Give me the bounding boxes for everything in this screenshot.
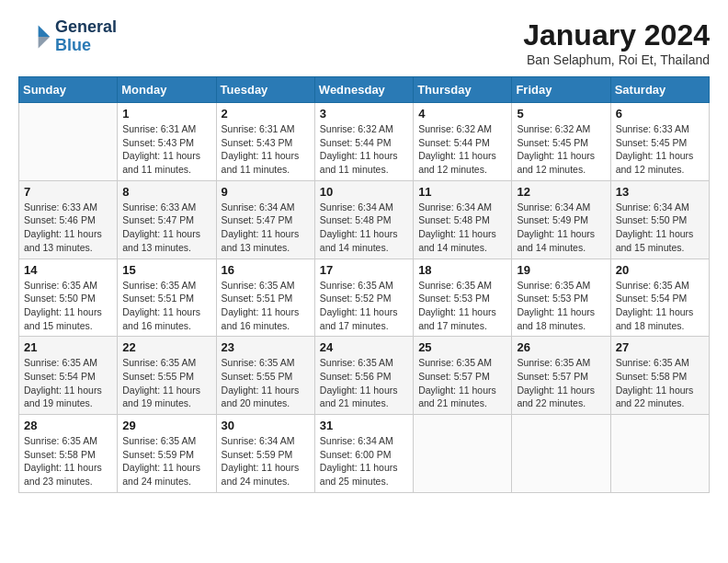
day-info: Sunrise: 6:32 AM Sunset: 5:44 PM Dayligh…: [418, 122, 506, 177]
calendar-cell: 28Sunrise: 6:35 AM Sunset: 5:58 PM Dayli…: [19, 415, 118, 493]
calendar-cell: 11Sunrise: 6:34 AM Sunset: 5:48 PM Dayli…: [414, 180, 512, 259]
calendar-cell: 4Sunrise: 6:32 AM Sunset: 5:44 PM Daylig…: [414, 103, 512, 181]
day-number: 21: [24, 340, 112, 354]
day-info: Sunrise: 6:32 AM Sunset: 5:44 PM Dayligh…: [320, 122, 408, 177]
calendar-cell: 27Sunrise: 6:35 AM Sunset: 5:58 PM Dayli…: [610, 337, 709, 415]
calendar-cell: 17Sunrise: 6:35 AM Sunset: 5:52 PM Dayli…: [314, 259, 413, 337]
calendar-cell: 9Sunrise: 6:34 AM Sunset: 5:47 PM Daylig…: [216, 180, 314, 259]
day-info: Sunrise: 6:34 AM Sunset: 5:59 PM Dayligh…: [222, 434, 310, 488]
day-info: Sunrise: 6:34 AM Sunset: 5:48 PM Dayligh…: [418, 201, 506, 255]
calendar-cell: 2Sunrise: 6:31 AM Sunset: 5:43 PM Daylig…: [216, 103, 314, 181]
calendar-cell: 15Sunrise: 6:35 AM Sunset: 5:51 PM Dayli…: [118, 259, 216, 337]
day-number: 31: [320, 419, 408, 432]
calendar-cell: 19Sunrise: 6:35 AM Sunset: 5:53 PM Dayli…: [512, 259, 610, 337]
calendar-header: SundayMondayTuesdayWednesdayThursdayFrid…: [19, 77, 710, 103]
day-number: 2: [222, 107, 310, 121]
calendar-cell: 26Sunrise: 6:35 AM Sunset: 5:57 PM Dayli…: [512, 337, 610, 415]
calendar-week-row: 21Sunrise: 6:35 AM Sunset: 5:54 PM Dayli…: [19, 337, 710, 415]
svg-marker-0: [39, 25, 51, 37]
day-info: Sunrise: 6:34 AM Sunset: 5:48 PM Dayligh…: [320, 201, 408, 255]
month-title: January 2024: [523, 18, 710, 52]
day-info: Sunrise: 6:33 AM Sunset: 5:46 PM Dayligh…: [24, 201, 112, 255]
day-info: Sunrise: 6:35 AM Sunset: 5:53 PM Dayligh…: [418, 279, 506, 333]
day-info: Sunrise: 6:35 AM Sunset: 5:51 PM Dayligh…: [122, 279, 210, 333]
calendar-cell: [610, 415, 709, 493]
day-number: 16: [222, 263, 310, 277]
calendar-week-row: 14Sunrise: 6:35 AM Sunset: 5:50 PM Dayli…: [19, 259, 710, 337]
weekday-header: Monday: [118, 77, 216, 103]
day-info: Sunrise: 6:34 AM Sunset: 5:49 PM Dayligh…: [517, 201, 605, 255]
location-title: Ban Selaphum, Roi Et, Thailand: [523, 52, 710, 67]
day-number: 11: [418, 185, 506, 199]
calendar-cell: 20Sunrise: 6:35 AM Sunset: 5:54 PM Dayli…: [610, 259, 709, 337]
calendar-cell: 25Sunrise: 6:35 AM Sunset: 5:57 PM Dayli…: [414, 337, 512, 415]
day-info: Sunrise: 6:35 AM Sunset: 5:51 PM Dayligh…: [222, 279, 310, 333]
calendar-cell: 3Sunrise: 6:32 AM Sunset: 5:44 PM Daylig…: [314, 103, 413, 181]
calendar-cell: 7Sunrise: 6:33 AM Sunset: 5:46 PM Daylig…: [19, 180, 118, 259]
calendar-cell: 13Sunrise: 6:34 AM Sunset: 5:50 PM Dayli…: [610, 180, 709, 259]
weekday-header: Wednesday: [314, 77, 413, 103]
day-info: Sunrise: 6:35 AM Sunset: 5:54 PM Dayligh…: [24, 356, 112, 410]
day-info: Sunrise: 6:35 AM Sunset: 5:55 PM Dayligh…: [222, 356, 310, 410]
day-info: Sunrise: 6:35 AM Sunset: 5:58 PM Dayligh…: [24, 434, 112, 488]
day-number: 29: [122, 419, 210, 432]
day-info: Sunrise: 6:34 AM Sunset: 5:47 PM Dayligh…: [222, 201, 310, 255]
day-number: 20: [616, 263, 704, 277]
calendar-cell: [19, 103, 118, 181]
calendar-week-row: 7Sunrise: 6:33 AM Sunset: 5:46 PM Daylig…: [19, 180, 710, 259]
day-number: 9: [222, 185, 310, 199]
day-number: 8: [122, 185, 210, 199]
day-number: 22: [122, 340, 210, 354]
day-number: 25: [418, 340, 506, 354]
day-number: 17: [320, 263, 408, 277]
day-info: Sunrise: 6:35 AM Sunset: 5:50 PM Dayligh…: [24, 279, 112, 333]
day-number: 24: [320, 340, 408, 354]
calendar-cell: 12Sunrise: 6:34 AM Sunset: 5:49 PM Dayli…: [512, 180, 610, 259]
calendar-table: SundayMondayTuesdayWednesdayThursdayFrid…: [18, 76, 710, 493]
weekday-header: Friday: [512, 77, 610, 103]
day-number: 13: [616, 185, 704, 199]
day-number: 10: [320, 185, 408, 199]
weekday-header: Tuesday: [216, 77, 314, 103]
day-info: Sunrise: 6:35 AM Sunset: 5:52 PM Dayligh…: [320, 279, 408, 333]
calendar-cell: 10Sunrise: 6:34 AM Sunset: 5:48 PM Dayli…: [314, 180, 413, 259]
day-number: 18: [418, 263, 506, 277]
weekday-header: Sunday: [19, 77, 118, 103]
day-info: Sunrise: 6:35 AM Sunset: 5:55 PM Dayligh…: [122, 356, 210, 410]
calendar-cell: 24Sunrise: 6:35 AM Sunset: 5:56 PM Dayli…: [314, 337, 413, 415]
calendar-cell: 16Sunrise: 6:35 AM Sunset: 5:51 PM Dayli…: [216, 259, 314, 337]
day-number: 12: [517, 185, 605, 199]
day-number: 26: [517, 340, 605, 354]
day-number: 14: [24, 263, 112, 277]
page-header: General Blue January 2024 Ban Selaphum, …: [18, 18, 710, 67]
calendar-cell: 23Sunrise: 6:35 AM Sunset: 5:55 PM Dayli…: [216, 337, 314, 415]
day-info: Sunrise: 6:31 AM Sunset: 5:43 PM Dayligh…: [122, 122, 210, 177]
day-number: 4: [418, 107, 506, 121]
day-number: 30: [222, 419, 310, 432]
day-info: Sunrise: 6:33 AM Sunset: 5:47 PM Dayligh…: [122, 201, 210, 255]
day-info: Sunrise: 6:35 AM Sunset: 5:59 PM Dayligh…: [122, 434, 210, 488]
calendar-cell: 8Sunrise: 6:33 AM Sunset: 5:47 PM Daylig…: [118, 180, 216, 259]
calendar-cell: 1Sunrise: 6:31 AM Sunset: 5:43 PM Daylig…: [118, 103, 216, 181]
calendar-cell: 31Sunrise: 6:34 AM Sunset: 6:00 PM Dayli…: [314, 415, 413, 493]
day-number: 1: [122, 107, 210, 121]
day-info: Sunrise: 6:33 AM Sunset: 5:45 PM Dayligh…: [616, 122, 704, 177]
calendar-cell: [414, 415, 512, 493]
calendar-cell: 22Sunrise: 6:35 AM Sunset: 5:55 PM Dayli…: [118, 337, 216, 415]
day-number: 7: [24, 185, 112, 199]
calendar-cell: 18Sunrise: 6:35 AM Sunset: 5:53 PM Dayli…: [414, 259, 512, 337]
calendar-cell: 21Sunrise: 6:35 AM Sunset: 5:54 PM Dayli…: [19, 337, 118, 415]
day-info: Sunrise: 6:32 AM Sunset: 5:45 PM Dayligh…: [517, 122, 605, 177]
calendar-cell: 29Sunrise: 6:35 AM Sunset: 5:59 PM Dayli…: [118, 415, 216, 493]
day-number: 6: [616, 107, 704, 121]
calendar-cell: 5Sunrise: 6:32 AM Sunset: 5:45 PM Daylig…: [512, 103, 610, 181]
logo-icon: [18, 20, 51, 53]
weekday-header: Thursday: [414, 77, 512, 103]
day-number: 5: [517, 107, 605, 121]
day-info: Sunrise: 6:35 AM Sunset: 5:53 PM Dayligh…: [517, 279, 605, 333]
day-number: 19: [517, 263, 605, 277]
weekday-header: Saturday: [610, 77, 709, 103]
day-number: 28: [24, 419, 112, 432]
day-info: Sunrise: 6:35 AM Sunset: 5:54 PM Dayligh…: [616, 279, 704, 333]
calendar-cell: [512, 415, 610, 493]
